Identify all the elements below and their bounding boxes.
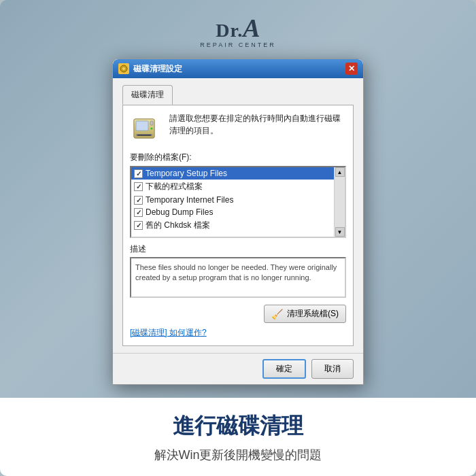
- svg-point-7: [151, 128, 153, 130]
- howto-link[interactable]: [磁碟清理] 如何運作?: [130, 327, 207, 339]
- logo-dr: Dr.: [216, 21, 243, 40]
- list-item[interactable]: 舊的 Chkdsk 檔案: [131, 218, 334, 233]
- svg-rect-8: [137, 135, 151, 136]
- description-text: These files should no longer be needed. …: [135, 263, 337, 282]
- sub-title: 解決Win更新後開機變慢的問題: [154, 447, 322, 463]
- scroll-track: [335, 177, 345, 227]
- scroll-up[interactable]: ▲: [335, 167, 345, 177]
- close-button[interactable]: ✕: [345, 63, 358, 75]
- tab-content: 請選取您想要在排定的執行時間內自動進行磁碟清理的項目。 要刪除的檔案(F): T…: [122, 105, 354, 346]
- list-item[interactable]: Debug Dump Files: [131, 206, 334, 218]
- checkbox-4[interactable]: [134, 221, 143, 230]
- page-container: Dr. A REPAIR CENTER 磁碟清理設定 ✕: [0, 0, 476, 476]
- scroll-down[interactable]: ▼: [335, 227, 345, 237]
- file-list: Temporary Setup Files 下載的程式檔案 Temporary …: [131, 167, 345, 237]
- dialog-body: 磁碟清理: [113, 78, 363, 353]
- file-label-4: 舊的 Chkdsk 檔案: [146, 220, 210, 231]
- logo-repair: REPAIR CENTER: [200, 42, 275, 48]
- file-label-0: Temporary Setup Files: [146, 169, 227, 178]
- win-dialog: 磁碟清理設定 ✕ 磁碟清理: [112, 58, 364, 385]
- dialog-buttons: 確定 取消: [113, 353, 363, 384]
- clean-system-button[interactable]: 🧹 清理系統檔(S): [264, 305, 346, 323]
- svg-rect-5: [136, 121, 148, 131]
- checkbox-2[interactable]: [134, 196, 143, 205]
- checkbox-0[interactable]: [134, 169, 143, 178]
- svg-point-1: [122, 67, 125, 70]
- checkbox-3[interactable]: [134, 208, 143, 217]
- list-item[interactable]: Temporary Internet Files: [131, 194, 334, 206]
- description-label: 描述: [130, 243, 346, 255]
- ok-button[interactable]: 確定: [262, 359, 306, 379]
- tab-disk-clean[interactable]: 磁碟清理: [122, 85, 173, 105]
- checkbox-list-container: Temporary Setup Files 下載的程式檔案 Temporary …: [130, 166, 346, 238]
- tab-row: 磁碟清理: [122, 85, 354, 105]
- dialog-icon: [118, 63, 129, 74]
- dialog-wrapper: 磁碟清理設定 ✕ 磁碟清理: [112, 58, 364, 385]
- description-section: 描述 These files should no longer be neede…: [130, 243, 346, 298]
- list-item[interactable]: Temporary Setup Files: [131, 167, 334, 180]
- disk-header-text: 請選取您想要在排定的執行時間內自動進行磁碟清理的項目。: [169, 112, 346, 137]
- description-box: These files should no longer be needed. …: [130, 257, 346, 298]
- list-item[interactable]: 下載的程式檔案: [131, 180, 334, 194]
- cancel-button[interactable]: 取消: [311, 359, 354, 379]
- bottom-area: 進行磁碟清理 解決Win更新後開機變慢的問題: [0, 398, 476, 476]
- checkbox-1[interactable]: [134, 182, 143, 191]
- file-label-1: 下載的程式檔案: [146, 181, 203, 192]
- clean-button-label: 清理系統檔(S): [287, 308, 339, 320]
- svg-rect-6: [150, 121, 153, 125]
- scrollbar: ▲ ▼: [334, 167, 345, 237]
- header-description: 請選取您想要在排定的執行時間內自動進行磁碟清理的項目。: [169, 114, 341, 135]
- disk-icon: [130, 112, 163, 145]
- clean-btn-row: 🧹 清理系統檔(S): [130, 305, 346, 323]
- section-label: 要刪除的檔案(F):: [130, 152, 346, 163]
- file-label-3: Debug Dump Files: [146, 207, 213, 217]
- logo-area: Dr. A REPAIR CENTER: [0, 0, 476, 55]
- dialog-title: 磁碟清理設定: [133, 63, 182, 75]
- logo: Dr. A REPAIR CENTER: [200, 15, 275, 48]
- logo-a: A: [243, 15, 260, 41]
- clean-icon: 🧹: [271, 309, 283, 320]
- main-title: 進行磁碟清理: [173, 411, 303, 441]
- title-bar: 磁碟清理設定 ✕: [113, 59, 363, 78]
- disk-header: 請選取您想要在排定的執行時間內自動進行磁碟清理的項目。: [130, 112, 346, 145]
- file-label-2: Temporary Internet Files: [146, 195, 233, 205]
- title-bar-left: 磁碟清理設定: [118, 63, 182, 75]
